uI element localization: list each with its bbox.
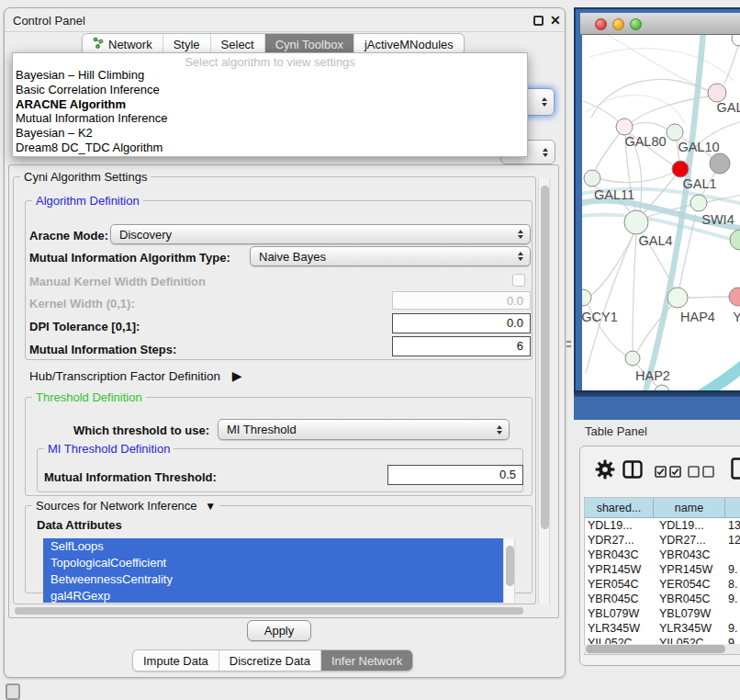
- node-table: shared...name YDL19...YDL19...13YDR27...…: [584, 497, 740, 655]
- apply-button[interactable]: Apply: [247, 620, 311, 641]
- table-row[interactable]: YDL19...YDL19...13: [585, 518, 740, 533]
- settings-vscrollbar[interactable]: [538, 178, 550, 604]
- network-node-gal10[interactable]: [667, 124, 683, 141]
- network-node[interactable]: [732, 35, 740, 46]
- table-row[interactable]: YDR27...YDR27...12: [585, 533, 740, 548]
- network-node-gal[interactable]: [708, 84, 726, 102]
- table-row[interactable]: YBR045CYBR045C9.: [585, 592, 740, 606]
- table-row[interactable]: YPR145WYPR145W9.: [585, 562, 740, 577]
- gear-icon[interactable]: [595, 459, 615, 480]
- network-node-gal4[interactable]: [624, 210, 648, 234]
- algorithm-option[interactable]: Basic Correlation Inference: [13, 83, 527, 97]
- table-cell: YBR043C: [585, 548, 654, 562]
- table-row[interactable]: YBR043CYBR043C: [585, 548, 740, 562]
- algorithm-option[interactable]: Bayesian – K2: [13, 126, 527, 141]
- network-edge[interactable]: [595, 133, 620, 171]
- network-node-hap2[interactable]: [625, 351, 640, 366]
- manual-kernel-checkbox[interactable]: [512, 274, 525, 287]
- network-edge[interactable]: [633, 123, 667, 130]
- tab-select[interactable]: Select: [211, 34, 265, 54]
- which-threshold-label: Which threshold to use:: [73, 423, 209, 437]
- mi-type-select[interactable]: Naive Bayes: [250, 246, 531, 266]
- data-attribute-item[interactable]: gal4RGexp: [43, 588, 503, 603]
- tab-network[interactable]: Network: [83, 34, 163, 54]
- kernel-width-label: Kernel Width (0,1):: [29, 297, 135, 310]
- network-edge[interactable]: [600, 173, 673, 182]
- which-threshold-select[interactable]: MI Threshold: [218, 419, 510, 440]
- network-node-gcy1[interactable]: [582, 289, 591, 306]
- network-node[interactable]: [730, 230, 740, 250]
- network-node-y[interactable]: [729, 288, 740, 306]
- sources-toggle[interactable]: Sources for Network Inference ▼: [32, 499, 219, 513]
- network-window-titlebar[interactable]: [580, 13, 740, 35]
- table-row[interactable]: YER054CYER054C8.: [585, 577, 740, 592]
- mi-steps-input[interactable]: 6: [392, 336, 531, 356]
- float-panel-icon[interactable]: [533, 16, 544, 26]
- settings-vscrollbar-thumb[interactable]: [541, 186, 549, 529]
- tab-impute-data[interactable]: Impute Data: [133, 650, 219, 671]
- network-node-label: GAL1: [682, 176, 716, 191]
- aracne-mode-select[interactable]: Discovery: [110, 224, 531, 244]
- table-row[interactable]: YBL079WYBL079W: [585, 606, 740, 621]
- split-columns-icon[interactable]: [622, 460, 643, 479]
- close-traffic-light[interactable]: [595, 18, 607, 30]
- data-attribute-item[interactable]: SelfLoops: [43, 538, 503, 555]
- aracne-mode-label: Aracne Mode:: [29, 229, 108, 243]
- dpi-tolerance-input[interactable]: 0.0: [392, 313, 531, 333]
- minimize-traffic-light[interactable]: [612, 18, 624, 30]
- network-node-gal11[interactable]: [584, 170, 600, 186]
- table-hscrollbar[interactable]: [583, 644, 740, 654]
- column-header[interactable]: shared...: [585, 498, 654, 518]
- tab-jactivemnodules[interactable]: jActiveMNodules: [354, 34, 464, 54]
- kernel-width-input[interactable]: 0.0: [392, 291, 531, 310]
- network-edge[interactable]: [633, 234, 636, 351]
- docked-panel-icon[interactable]: [6, 683, 20, 700]
- unchecked-columns-icon[interactable]: [688, 466, 715, 478]
- network-edge[interactable]: [586, 234, 633, 373]
- column-header[interactable]: name: [654, 498, 725, 518]
- network-node[interactable]: [710, 153, 730, 174]
- table-cell: [725, 548, 740, 562]
- algorithm-option[interactable]: Dream8 DC_TDC Algorithm: [13, 141, 527, 155]
- document-icon[interactable]: [731, 457, 740, 480]
- mi-threshold-input[interactable]: 0.5: [387, 465, 523, 485]
- panel-splitter-handle[interactable]: [566, 341, 571, 347]
- data-attribute-item[interactable]: BetweennessCentrality: [43, 571, 503, 588]
- table-cell: 13: [725, 518, 740, 533]
- table-row[interactable]: YLR345WYLR345W9.: [585, 621, 740, 636]
- collapse-right-icon: ▶: [232, 368, 242, 383]
- network-node-gal80[interactable]: [616, 119, 633, 135]
- algorithm-option[interactable]: Mutual Information Inference: [13, 111, 527, 126]
- tab-cyni-toolbox[interactable]: Cyni Toolbox: [265, 34, 354, 54]
- table-cell: YBL079W: [654, 606, 725, 621]
- checked-columns-icon[interactable]: [655, 466, 682, 478]
- network-node-gal1[interactable]: [672, 161, 689, 177]
- tab-infer-network[interactable]: Infer Network: [321, 650, 412, 671]
- hub-definition-toggle[interactable]: Hub/Transcription Factor Definition ▶: [29, 368, 242, 383]
- network-edge[interactable]: [724, 46, 738, 85]
- tab-label: Discretize Data: [230, 654, 310, 668]
- network-node-hap4[interactable]: [667, 288, 688, 308]
- column-header[interactable]: [725, 498, 740, 518]
- network-node-label: GAL80: [624, 134, 666, 149]
- close-icon[interactable]: ✕: [550, 13, 561, 28]
- algorithm-option[interactable]: ARACNE Algorithm: [13, 97, 527, 112]
- table-cell: YBL079W: [585, 606, 654, 621]
- network-node-swi4[interactable]: [690, 195, 707, 211]
- network-canvas[interactable]: GALGAL80GAL10GAL1GAL11SWI4GAL4GCY1HAP4YH…: [582, 35, 740, 392]
- stepper-arrows-icon: [497, 425, 502, 435]
- network-edge-highlighted[interactable]: [697, 365, 740, 392]
- tab-discretize-data[interactable]: Discretize Data: [219, 650, 321, 671]
- stepper-arrows-icon: [542, 97, 547, 107]
- algorithm-option[interactable]: Bayesian – Hill Climbing: [13, 68, 527, 83]
- attributes-list-scrollbar[interactable]: [503, 538, 515, 603]
- data-attribute-item[interactable]: TopologicalCoefficient: [43, 555, 503, 571]
- settings-hscrollbar[interactable]: [13, 606, 533, 615]
- network-edge[interactable]: [589, 234, 633, 297]
- network-edge[interactable]: [688, 297, 729, 298]
- attributes-scrollbar-thumb[interactable]: [506, 546, 514, 586]
- table-hscrollbar-thumb[interactable]: [586, 645, 725, 653]
- settings-hscrollbar-thumb[interactable]: [15, 607, 523, 615]
- zoom-traffic-light[interactable]: [630, 18, 642, 30]
- tab-style[interactable]: Style: [163, 34, 211, 54]
